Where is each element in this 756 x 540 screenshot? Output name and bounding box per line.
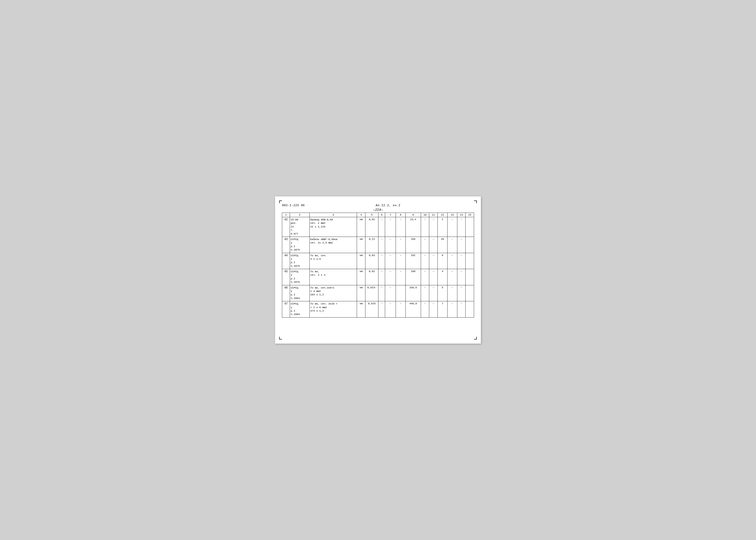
cell-row2-col4: км [357, 237, 366, 253]
cell-row1-col3: Провод АПВ-0,66 сеч. 2 мм2 2I х I,II6 [309, 217, 357, 237]
cell-row5-col10: – [421, 285, 429, 301]
table-row: 47ССРСЦ у р.I п.I094То же, сеч. 3хI0 + +… [282, 301, 474, 318]
cell-row3-col12: 6 [438, 253, 448, 269]
header-col-10: 10 [421, 213, 429, 217]
cell-row3-col15 [466, 253, 474, 269]
cell-row4-col5: 0,02 [366, 269, 378, 285]
header-col-2: 2 [290, 213, 310, 217]
cell-row1-col10: – [421, 217, 429, 237]
cell-row5-col1: 46 [282, 285, 290, 301]
cell-row1-col13: – [447, 217, 457, 237]
cell-row3-col13: – [447, 253, 457, 269]
cell-row2-col8: – [395, 237, 405, 253]
cell-row5-col12: 5 [438, 285, 448, 301]
cell-row4-col4: км [357, 269, 366, 285]
header-col-5: 5 [366, 213, 378, 217]
header-col-13: 13 [447, 213, 457, 217]
cell-row6-col4: км [357, 301, 366, 318]
cell-row2-col15 [466, 237, 474, 253]
header-col-15: 15 [466, 213, 474, 217]
cell-row4-col9: I90 [405, 269, 421, 285]
cell-row3-col14: – [457, 253, 466, 269]
cell-row1-col1: 42 [282, 217, 290, 237]
cell-row3-col6: – [378, 253, 385, 269]
cell-row6-col5: 0,OI5 [366, 301, 378, 318]
cell-row2-col2: ССРСЦ у р.I п.I075 [290, 237, 310, 253]
cell-row6-col2: ССРСЦ у р.I п.I094 [290, 301, 310, 318]
corner-bl [279, 337, 282, 339]
cell-row3-col2: ССРСЦ у р.I п.I075 [290, 253, 310, 269]
header-col-14: 14 [457, 213, 466, 217]
cell-row4-col7: – [385, 269, 395, 285]
cell-row2-col14: – [457, 237, 466, 253]
header-col-9: 9 [405, 213, 421, 217]
cell-row4-col1: 45 [282, 269, 290, 285]
page-number: —224— [282, 208, 474, 212]
cell-row4-col12: 4 [438, 269, 448, 285]
header-col-1: 1 [282, 213, 290, 217]
cell-row4-col2: ССРСЦ у р.I п.I076 [290, 269, 310, 285]
cell-row5-col7: – [385, 285, 395, 301]
cell-row5-col4: км [357, 285, 366, 301]
document-page: 903-I-225 86 Ал.I2.2, кн.2 —224— 1 2 3 4… [275, 197, 481, 343]
cell-row3-col4: км [357, 253, 366, 269]
cell-row1-col6: – [378, 217, 385, 237]
cell-row5-col2: ССРСЦ у р.I п.I093 [290, 285, 310, 301]
cell-row5-col9: 339,6 [405, 285, 421, 301]
table-row: 46ССРСЦ у р.I п.I093То же, сеч.3х6+I х 4… [282, 285, 474, 301]
document-header: 903-I-225 86 Ал.I2.2, кн.2 [282, 204, 474, 207]
cell-row1-col15 [466, 217, 474, 237]
cell-row6-col8: – [395, 301, 405, 318]
cell-row2-col11: – [429, 237, 438, 253]
cell-row6-col1: 47 [282, 301, 290, 318]
cell-row4-col8: – [395, 269, 405, 285]
table-row: 45ССРСЦ у р.I п.I076То же, сеч. 2 х 4км0… [282, 269, 474, 285]
cell-row4-col10: – [421, 269, 429, 285]
cell-row3-col3: То же, сеч. 3 х 2,5 [309, 253, 357, 269]
cell-row6-col6: – [378, 301, 385, 318]
cell-row6-col13: – [447, 301, 457, 318]
corner-tr [474, 201, 477, 203]
cell-row2-col13: – [447, 237, 457, 253]
cell-row6-col12: 7 [438, 301, 448, 318]
cell-row5-col15 [466, 285, 474, 301]
cell-row6-col10: – [421, 301, 429, 318]
table-row: 43ССРСЦ у р.I п.I075Кабель АВВГ-0,66кв с… [282, 237, 474, 253]
header-col-8: 8 [395, 213, 405, 217]
cell-row2-col1: 43 [282, 237, 290, 253]
cell-row1-col8: – [395, 217, 405, 237]
cell-row3-col7: – [385, 253, 395, 269]
cell-row5-col13: – [447, 285, 457, 301]
cell-row1-col14: – [457, 217, 466, 237]
cell-row5-col14: – [457, 285, 466, 301]
doc-name: Ал.I2.2, кн.2 [376, 204, 400, 207]
cell-row2-col5: 0,I2 [366, 237, 378, 253]
cell-row2-col3: Кабель АВВГ-0,66кв сеч. 2х 2,5 мм2 [309, 237, 357, 253]
cell-row6-col15 [466, 301, 474, 318]
cell-row4-col13: – [447, 269, 457, 285]
corner-tl [279, 201, 282, 203]
cell-row5-col5: 0,OI5– [366, 285, 378, 301]
header-col-4: 4 [357, 213, 366, 217]
cell-row3-col5: 0,03 [366, 253, 378, 269]
cell-row1-col4: км [357, 217, 366, 237]
main-table: 1 2 3 4 5 6 7 8 9 10 11 12 13 14 15 42I5… [282, 212, 474, 318]
cell-row4-col11: – [429, 269, 438, 285]
table-row: 42I5-09 доп. I4 т. 5-077Провод АПВ-0,66 … [282, 217, 474, 237]
cell-row2-col10: – [421, 237, 429, 253]
cell-row6-col11: – [429, 301, 438, 318]
cell-row4-col3: То же, сеч. 2 х 4 [309, 269, 357, 285]
cell-row1-col7: – [385, 217, 395, 237]
header-col-12: 12 [438, 213, 448, 217]
doc-reference: 903-I-225 86 [282, 204, 305, 207]
cell-row2-col12: 20 [438, 237, 448, 253]
cell-row5-col11: – [429, 285, 438, 301]
header-col-3: 3 [309, 213, 357, 217]
cell-row1-col9: 23,4 [405, 217, 421, 237]
cell-row2-col7: – [385, 237, 395, 253]
cell-row3-col9: I9I [405, 253, 421, 269]
cell-row2-col6: – [378, 237, 385, 253]
corner-br [474, 337, 477, 339]
cell-row3-col11: – [429, 253, 438, 269]
cell-row4-col15 [466, 269, 474, 285]
